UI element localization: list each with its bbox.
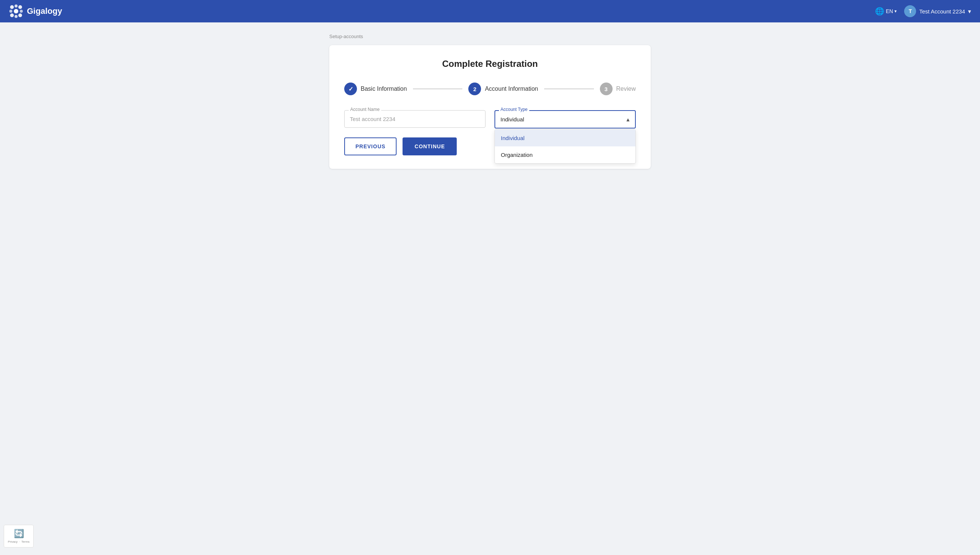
privacy-link[interactable]: Privacy — [8, 540, 18, 544]
account-type-select-wrapper: Individual ▲ — [494, 110, 636, 128]
svg-point-6 — [10, 13, 14, 17]
check-icon — [348, 85, 353, 93]
breadcrumb: Setup-accounts — [329, 34, 651, 39]
step-connector-2 — [544, 88, 594, 89]
recaptcha-links: Privacy · Terms — [8, 540, 29, 544]
svg-point-2 — [18, 5, 22, 9]
svg-point-7 — [14, 15, 18, 18]
svg-point-0 — [10, 5, 14, 9]
account-name-field: Account Name — [344, 110, 486, 128]
continue-button[interactable]: CONTINUE — [402, 138, 457, 156]
svg-point-3 — [9, 10, 12, 13]
terms-link[interactable]: Terms — [21, 540, 29, 544]
step-1: Basic Information — [344, 83, 407, 95]
step-2: 2 Account Information — [468, 83, 538, 95]
header-right: 🌐 EN ▾ T Test Account 2234 ▾ — [875, 5, 971, 17]
dropdown-item-individual[interactable]: Individual — [495, 130, 636, 146]
language-selector[interactable]: 🌐 EN ▾ — [875, 7, 897, 16]
dropdown-item-organization[interactable]: Organization — [495, 146, 636, 163]
recaptcha-badge: 🔄 Privacy · Terms — [4, 525, 34, 547]
recaptcha-separator: · — [19, 540, 20, 544]
registration-card: Complete Registration Basic Information … — [329, 45, 651, 169]
chevron-down-icon: ▾ — [895, 9, 897, 14]
account-type-select[interactable]: Individual — [494, 110, 636, 128]
step-1-label: Basic Information — [360, 85, 407, 92]
svg-point-5 — [20, 10, 23, 13]
globe-icon: 🌐 — [875, 7, 884, 16]
recaptcha-icon: 🔄 — [14, 529, 24, 539]
header: Gigalogy 🌐 EN ▾ T Test Account 2234 ▾ — [0, 0, 980, 22]
account-menu[interactable]: T Test Account 2234 ▾ — [904, 5, 971, 17]
account-type-field: Account Type Individual ▲ Individual Org… — [494, 110, 636, 128]
svg-point-4 — [14, 9, 18, 13]
step-3-number: 3 — [604, 86, 607, 92]
account-name: Test Account 2234 — [919, 8, 965, 14]
svg-point-1 — [14, 5, 18, 8]
step-3-circle: 3 — [600, 83, 613, 95]
step-2-number: 2 — [473, 86, 476, 92]
main-content: Setup-accounts Complete Registration Bas… — [322, 22, 658, 180]
previous-button[interactable]: PREVIOUS — [344, 138, 397, 156]
form-row: Account Name Account Type Individual ▲ I… — [344, 110, 636, 128]
account-type-label: Account Type — [499, 107, 529, 112]
logo: Gigalogy — [9, 4, 62, 18]
account-chevron-icon: ▾ — [968, 8, 971, 15]
logo-text: Gigalogy — [27, 6, 62, 16]
logo-icon — [9, 4, 23, 18]
steps-indicator: Basic Information 2 Account Information … — [344, 83, 636, 95]
step-connector-1 — [413, 88, 463, 89]
avatar: T — [904, 5, 916, 17]
step-2-circle: 2 — [468, 83, 481, 95]
step-3-label: Review — [616, 85, 636, 92]
account-type-dropdown: Individual Organization — [494, 129, 636, 164]
step-1-circle — [344, 83, 357, 95]
account-name-input[interactable] — [344, 110, 486, 128]
language-label: EN — [886, 8, 893, 14]
step-2-label: Account Information — [485, 85, 538, 92]
step-3: 3 Review — [600, 83, 636, 95]
page-title: Complete Registration — [344, 59, 636, 69]
svg-point-8 — [18, 13, 22, 17]
account-name-label: Account Name — [349, 107, 381, 112]
